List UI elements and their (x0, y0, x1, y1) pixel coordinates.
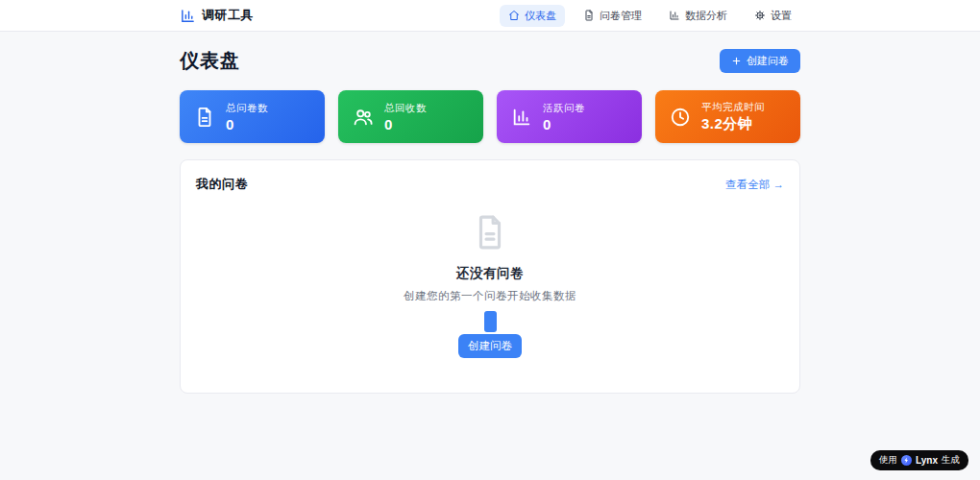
main-content: 仪表盘 创建问卷 总问卷数 0 总回收数 0 (180, 48, 800, 394)
placeholder-glyph (484, 311, 497, 332)
app-logo: 调研工具 (180, 7, 254, 24)
bar-chart-logo-icon (180, 8, 196, 24)
nav-item-dashboard[interactable]: 仪表盘 (500, 5, 565, 27)
app-header: 调研工具 仪表盘 问卷管理 数据分析 (0, 0, 980, 32)
badge-prefix: 使用 (879, 454, 897, 467)
empty-state: 还没有问卷 创建您的第一个问卷开始收集数据 创建问卷 (196, 214, 784, 358)
stat-value: 0 (384, 116, 427, 132)
stat-card-total-responses: 总回收数 0 (338, 90, 483, 143)
nav-item-settings[interactable]: 设置 (746, 5, 800, 27)
badge-suffix: 生成 (942, 454, 960, 467)
plus-icon (731, 56, 742, 66)
stat-label: 总问卷数 (226, 102, 268, 115)
main-nav: 仪表盘 问卷管理 数据分析 设置 (500, 5, 800, 27)
stat-value: 0 (543, 116, 585, 132)
create-survey-label: 创建问卷 (747, 54, 789, 68)
app-title: 调研工具 (202, 7, 254, 24)
clock-icon (670, 107, 691, 128)
gear-icon (754, 10, 766, 21)
home-icon (508, 10, 520, 21)
view-all-link[interactable]: 查看全部 → (725, 178, 784, 192)
my-surveys-panel: 我的问卷 查看全部 → 还没有问卷 创建您的第一个问卷开始收集数据 创建问卷 (180, 159, 800, 394)
stat-value: 3.2分钟 (701, 115, 765, 133)
stat-label: 总回收数 (384, 102, 427, 115)
nav-item-data-analysis[interactable]: 数据分析 (660, 5, 736, 27)
panel-title: 我的问卷 (196, 176, 248, 193)
users-icon (353, 107, 374, 128)
empty-state-title: 还没有问卷 (196, 265, 784, 282)
nav-label: 仪表盘 (525, 9, 556, 23)
nav-label: 数据分析 (685, 9, 727, 23)
stat-value: 0 (226, 116, 268, 132)
create-survey-empty-button[interactable]: 创建问卷 (458, 334, 522, 358)
nav-label: 设置 (771, 9, 792, 23)
stat-label: 平均完成时间 (701, 101, 765, 114)
bar-chart-icon (669, 10, 680, 21)
badge-brand: Lynx (916, 455, 938, 466)
stat-card-active-surveys: 活跃问卷 0 (497, 90, 642, 143)
document-icon (472, 214, 508, 251)
stat-cards: 总问卷数 0 总回收数 0 活跃问卷 0 (180, 90, 800, 143)
stat-card-avg-completion-time: 平均完成时间 3.2分钟 (655, 90, 800, 143)
nav-item-survey-management[interactable]: 问卷管理 (575, 5, 650, 27)
lynx-logo-icon (901, 455, 912, 466)
empty-state-subtitle: 创建您的第一个问卷开始收集数据 (196, 289, 784, 303)
nav-label: 问卷管理 (600, 9, 642, 23)
create-survey-button[interactable]: 创建问卷 (720, 49, 800, 73)
bar-chart-icon (511, 107, 532, 128)
stat-label: 活跃问卷 (543, 102, 585, 115)
document-icon (194, 107, 215, 128)
stat-card-total-surveys: 总问卷数 0 (180, 90, 325, 143)
document-icon (583, 10, 595, 21)
page-title: 仪表盘 (180, 48, 240, 74)
lynx-badge[interactable]: 使用 Lynx 生成 (870, 450, 968, 470)
